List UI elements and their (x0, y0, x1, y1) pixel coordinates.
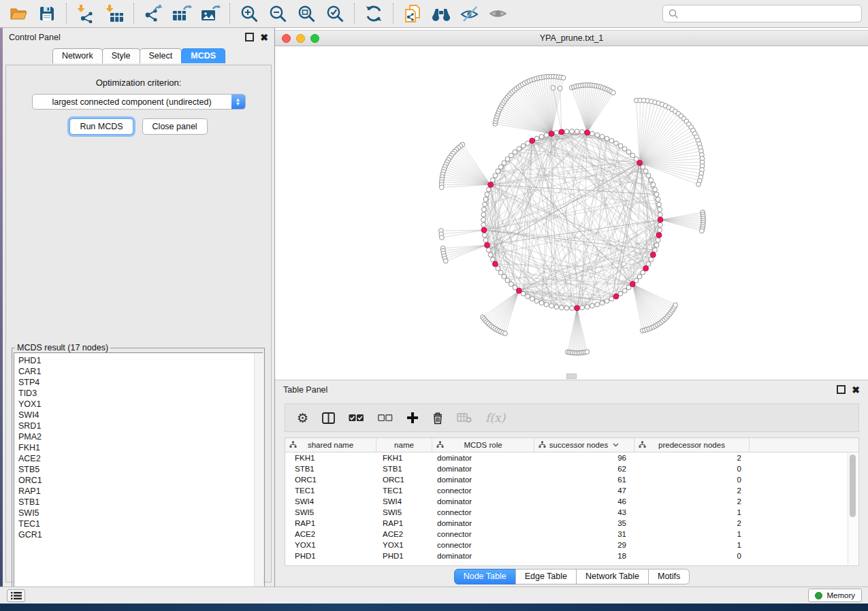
delete-column-button[interactable] (432, 412, 443, 425)
ring-node[interactable] (481, 222, 486, 227)
ring-node[interactable] (486, 248, 491, 252)
mcds-hub-node[interactable] (485, 242, 490, 248)
ring-node[interactable] (539, 301, 544, 306)
mcds-hub-node[interactable] (549, 131, 554, 137)
ring-node[interactable] (630, 153, 635, 158)
table-vertical-scrollbar[interactable] (848, 452, 858, 565)
ring-node[interactable] (651, 182, 656, 187)
tab-motifs[interactable]: Motifs (648, 569, 690, 584)
table-row[interactable]: SWI4SWI4dominator462 (285, 496, 858, 507)
mcds-hub-node[interactable] (559, 129, 564, 135)
ring-node[interactable] (654, 192, 659, 197)
mcds-result-item[interactable]: SRD1 (18, 420, 262, 431)
mcds-hub-node[interactable] (585, 130, 590, 135)
column-header-successor-nodes[interactable]: successor nodes (534, 438, 634, 452)
import-network-button[interactable] (71, 2, 100, 25)
search-input[interactable] (679, 8, 856, 19)
ring-node[interactable] (649, 178, 654, 182)
tab-select[interactable]: Select (140, 48, 182, 63)
ring-node[interactable] (656, 197, 660, 202)
column-header-name[interactable]: name (376, 438, 432, 452)
ring-node[interactable] (521, 144, 526, 148)
search-box[interactable] (662, 5, 862, 22)
ring-node[interactable] (622, 146, 627, 151)
mcds-result-item[interactable]: PMA2 (18, 431, 262, 442)
leaf-node[interactable] (699, 229, 704, 233)
ring-node[interactable] (575, 129, 579, 134)
ring-node[interactable] (622, 288, 627, 293)
clone-network-button[interactable] (398, 2, 427, 25)
ring-node[interactable] (483, 197, 488, 202)
table-row[interactable]: TEC1TEC1connector472 (285, 485, 858, 496)
table-settings-button[interactable]: ⚙ (297, 410, 308, 426)
open-session-button[interactable] (4, 2, 33, 25)
table-row[interactable]: RAP1RAP1dominator352 (285, 518, 858, 529)
ring-node[interactable] (490, 178, 495, 182)
ring-node[interactable] (549, 303, 554, 308)
column-header-mcds-role[interactable]: MCDS role (432, 438, 534, 452)
mcds-hub-node[interactable] (530, 138, 535, 144)
ring-node[interactable] (585, 305, 590, 310)
table-row[interactable]: SWI5SWI5connector431 (285, 507, 858, 518)
ring-node[interactable] (605, 299, 609, 303)
leaf-node[interactable] (551, 86, 556, 90)
ring-node[interactable] (554, 131, 559, 135)
ring-node[interactable] (517, 146, 521, 151)
ring-node[interactable] (505, 156, 510, 161)
ring-node[interactable] (643, 169, 648, 174)
leaf-node[interactable] (503, 331, 508, 336)
table-row[interactable]: ORC1ORC1dominator610 (285, 474, 858, 485)
memory-button[interactable]: Memory (808, 589, 862, 602)
ring-node[interactable] (580, 129, 585, 134)
ring-node[interactable] (600, 301, 605, 306)
network-window-titlebar[interactable]: YPA_prune.txt_1 (275, 30, 868, 46)
select-all-columns-button[interactable] (349, 414, 364, 422)
export-network-button[interactable] (139, 2, 167, 25)
ring-node[interactable] (564, 306, 569, 310)
task-history-button[interactable] (7, 589, 25, 602)
ring-node[interactable] (530, 297, 534, 301)
ring-node[interactable] (513, 150, 517, 154)
mcds-result-item[interactable]: STP4 (18, 377, 262, 388)
ring-node[interactable] (657, 202, 662, 207)
network-graph-svg[interactable] (275, 47, 868, 380)
ring-node[interactable] (481, 212, 486, 217)
tab-mcds[interactable]: MCDS (181, 48, 225, 63)
ring-node[interactable] (539, 134, 544, 139)
table-row[interactable]: YOX1YOX1connector291 (285, 540, 858, 550)
ring-node[interactable] (483, 238, 488, 243)
create-column-button[interactable] (406, 412, 419, 424)
mcds-hub-node[interactable] (658, 217, 663, 222)
run-mcds-button[interactable]: Run MCDS (69, 118, 133, 135)
ring-node[interactable] (658, 222, 662, 227)
horizontal-splitter-handle[interactable] (566, 374, 577, 379)
ring-node[interactable] (570, 129, 575, 134)
show-all-button[interactable] (484, 2, 513, 25)
tab-edge-table[interactable]: Edge Table (515, 569, 577, 584)
ring-node[interactable] (590, 303, 595, 308)
export-image-button[interactable] (196, 2, 225, 25)
ring-node[interactable] (564, 129, 569, 134)
leaf-node[interactable] (558, 86, 562, 91)
zoom-selected-button[interactable] (321, 2, 349, 25)
close-panel-button[interactable]: Close panel (142, 118, 208, 135)
ring-node[interactable] (481, 208, 486, 212)
leaf-node[interactable] (443, 259, 448, 263)
ring-node[interactable] (493, 174, 498, 178)
mcds-result-item[interactable]: GCR1 (18, 529, 262, 540)
mcds-result-item[interactable]: YOX1 (18, 399, 262, 410)
scrollbar-thumb[interactable] (850, 455, 856, 517)
export-table-button[interactable] (167, 2, 196, 25)
column-header-shared-name[interactable]: shared name (285, 438, 376, 452)
mcds-result-item[interactable]: SWI4 (18, 410, 262, 420)
ring-node[interactable] (609, 138, 614, 143)
ring-node[interactable] (653, 248, 658, 252)
ring-node[interactable] (605, 136, 609, 141)
zoom-in-button[interactable] (235, 2, 263, 25)
mcds-hub-node[interactable] (575, 306, 580, 311)
close-table-panel-icon[interactable]: ✖ (852, 386, 860, 393)
mcds-result-list[interactable]: PHD1CAR1STP4TID3YOX1SWI4SRD1PMA2FKH1ACE2… (14, 352, 263, 594)
ring-node[interactable] (626, 150, 631, 154)
ring-node[interactable] (509, 282, 513, 286)
ring-node[interactable] (580, 306, 585, 310)
